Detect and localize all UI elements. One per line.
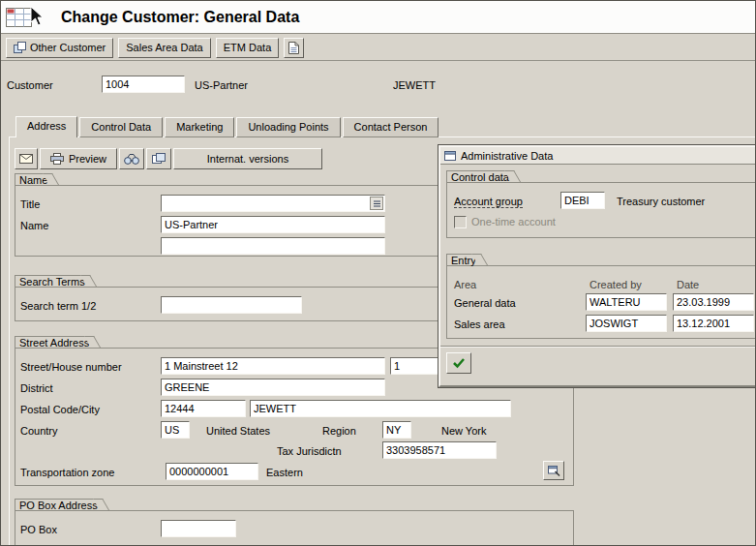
po-box-input[interactable] <box>161 520 236 537</box>
search-terms-group-title: Search Terms <box>15 275 87 287</box>
document-icon <box>288 42 299 54</box>
po-box-label: PO Box <box>20 522 57 538</box>
overlapping-windows-icon <box>152 153 166 165</box>
customer-number-input[interactable] <box>102 76 185 93</box>
dropdown-icon[interactable] <box>370 197 383 210</box>
entry-group: Entry Area Created by Date General data … <box>446 254 756 339</box>
versions-overview-button[interactable] <box>146 148 171 169</box>
tab-control-data[interactable]: Control Data <box>79 117 163 137</box>
region-label: Region <box>322 423 356 440</box>
transportation-zone-label: Transportation zone <box>20 465 114 481</box>
tax-jurisdiction-label: Tax Jurisdictn <box>277 443 342 460</box>
country-name-text: United States <box>206 423 270 440</box>
dialog-title: Administrative Data <box>461 150 553 162</box>
account-group-input[interactable] <box>560 192 605 209</box>
etm-data-label: ETM Data <box>224 42 272 53</box>
customer-partner-type: US-Partner <box>195 77 248 94</box>
title-label: Title <box>20 197 40 213</box>
tab-unloading-points[interactable]: Unloading Points <box>236 117 340 137</box>
search-term-input[interactable] <box>161 296 302 314</box>
etm-data-button[interactable]: ETM Data <box>216 38 280 58</box>
printer-icon <box>50 153 64 165</box>
entry-created-by-field <box>586 293 667 311</box>
title-input[interactable] <box>162 196 370 211</box>
control-data-group-tab: Control data <box>446 170 521 182</box>
entry-date-field <box>673 315 754 332</box>
po-box-group-title: PO Box Address <box>15 499 100 510</box>
customer-label: Customer <box>7 77 53 94</box>
transportation-zone-text: Eastern <box>266 465 303 481</box>
control-data-group: Control data Account group Treasury cust… <box>446 170 756 238</box>
other-customer-button[interactable]: Other Customer <box>6 38 113 58</box>
other-customer-icon <box>14 42 26 53</box>
city-input[interactable] <box>250 400 511 417</box>
transportation-zone-input[interactable] <box>166 463 258 480</box>
entry-col-date: Date <box>677 277 699 293</box>
address-versions-button[interactable] <box>15 148 38 169</box>
street-input[interactable] <box>161 357 385 375</box>
street-address-group-tab: Street Address <box>15 336 101 348</box>
search-term-label: Search term 1/2 <box>20 298 96 315</box>
entry-row-area: Sales area <box>454 317 505 333</box>
preview-label: Preview <box>69 153 106 165</box>
customer-name-text: JEWETT <box>393 77 436 94</box>
application-toolbar: Other Customer Sales Area Data ETM Data <box>1 35 755 61</box>
dialog-separator <box>440 346 756 348</box>
one-time-account-label: One-time account <box>471 214 556 230</box>
postal-label: Postal Code/City <box>20 402 100 418</box>
entry-col-created-by: Created by <box>590 277 642 293</box>
name-group-tab: Name <box>15 173 59 185</box>
tab-address[interactable]: Address <box>15 116 77 137</box>
internat-versions-label: Internat. versions <box>207 153 288 165</box>
confirm-button[interactable] <box>446 352 471 374</box>
name2-input[interactable] <box>161 237 385 255</box>
binoculars-icon <box>124 153 139 165</box>
region-name-text: New York <box>441 423 486 440</box>
country-code-input[interactable] <box>161 421 190 439</box>
title-bar: Change Customer: General Data <box>1 1 755 34</box>
sales-area-data-label: Sales Area Data <box>126 42 203 53</box>
district-label: District <box>20 380 53 397</box>
sales-area-data-button[interactable]: Sales Area Data <box>118 38 211 58</box>
dialog-title-bar[interactable]: Administrative Data <box>440 147 756 165</box>
postal-code-input[interactable] <box>161 400 246 417</box>
address-detail-button[interactable] <box>543 461 564 480</box>
name-input[interactable] <box>161 216 385 233</box>
entry-created-by-field <box>586 315 667 332</box>
entry-date-field <box>673 293 754 311</box>
checkmark-icon <box>452 357 466 369</box>
entry-row-area: General data <box>454 295 516 312</box>
tab-contact-person[interactable]: Contact Person <box>343 117 439 137</box>
po-box-group-border <box>15 510 574 546</box>
title-combo-field[interactable] <box>161 195 385 212</box>
administrative-data-dialog: Administrative Data Control data Account… <box>438 144 756 388</box>
window-icon <box>444 151 456 161</box>
region-code-input[interactable] <box>382 421 411 439</box>
district-input[interactable] <box>161 379 385 396</box>
street-address-group-title: Street Address <box>15 336 91 348</box>
control-data-group-title: Control data <box>446 170 511 182</box>
street-label: Street/House number <box>20 359 122 376</box>
account-group-text: Treasury customer <box>617 194 705 210</box>
name-label: Name <box>20 218 48 234</box>
page-title: Change Customer: General Data <box>61 9 299 26</box>
other-customer-label: Other Customer <box>30 42 106 53</box>
po-box-group-tab: PO Box Address <box>15 499 109 510</box>
country-label: Country <box>20 423 58 440</box>
internat-versions-button[interactable]: Internat. versions <box>173 148 322 169</box>
dialog-inner: Administrative Data Control data Account… <box>438 145 756 387</box>
account-group-label: Account group <box>454 194 523 210</box>
po-box-group: PO Box Address PO Box <box>15 499 574 546</box>
sap-window: Change Customer: General Data Other Cust… <box>0 0 756 546</box>
tax-jurisdiction-input[interactable] <box>382 441 497 459</box>
tab-marketing[interactable]: Marketing <box>165 117 234 137</box>
preview-button[interactable]: Preview <box>40 148 117 169</box>
search-terms-group-tab: Search Terms <box>15 275 97 287</box>
entry-col-area: Area <box>454 277 476 293</box>
one-time-account-checkbox <box>454 216 467 228</box>
expand-window-icon <box>548 466 560 476</box>
tabstrip: Address Control Data Marketing Unloading… <box>15 116 440 137</box>
services-for-object-button[interactable] <box>284 38 304 58</box>
find-button[interactable] <box>119 148 144 169</box>
entry-group-tab: Entry <box>446 254 488 265</box>
